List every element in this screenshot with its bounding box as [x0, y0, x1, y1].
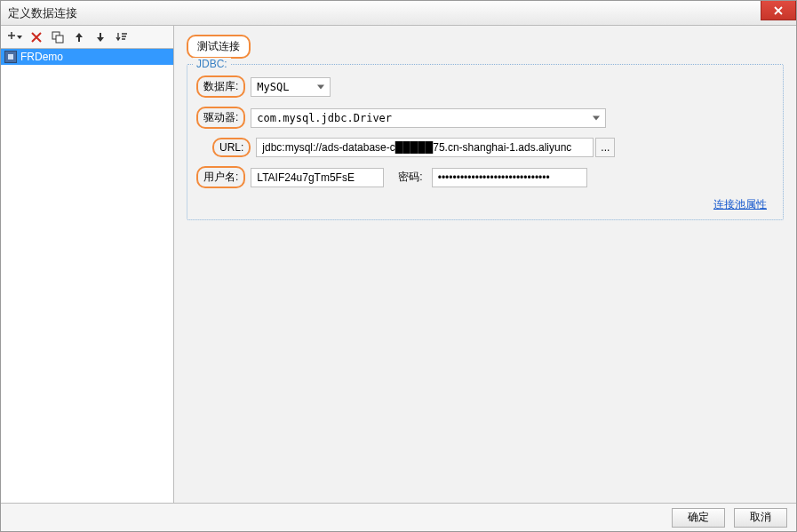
window-title: 定义数据连接: [8, 5, 77, 21]
titlebar: 定义数据连接: [1, 1, 796, 26]
database-label: 数据库:: [196, 75, 245, 98]
add-dropdown-button[interactable]: [4, 28, 26, 47]
datasource-icon: [4, 51, 17, 63]
url-more-button[interactable]: ...: [595, 138, 615, 157]
connection-tree[interactable]: FRDemo: [1, 49, 173, 503]
main-panel: 测试连接 JDBC: 数据库: MySQL 驱动器: com.mysql.jdb…: [174, 26, 796, 503]
row-url: URL: ...: [196, 138, 774, 157]
dialog-footer: 确定 取消: [1, 503, 796, 531]
dialog-window: 定义数据连接: [0, 0, 797, 532]
svg-rect-1: [56, 36, 63, 43]
row-credentials: 用户名: 密码:: [196, 166, 774, 188]
driver-select[interactable]: com.mysql.jdbc.Driver: [251, 108, 606, 128]
jdbc-panel: JDBC: 数据库: MySQL 驱动器: com.mysql.jdbc.Dri…: [187, 64, 784, 220]
jdbc-section-label: JDBC:: [193, 58, 231, 70]
tree-item-label: FRDemo: [20, 51, 63, 63]
move-down-button[interactable]: [90, 28, 111, 47]
url-label: URL:: [212, 138, 251, 157]
cancel-button[interactable]: 取消: [734, 508, 787, 528]
password-input[interactable]: [432, 168, 587, 187]
tree-item-frdemo[interactable]: FRDemo: [1, 49, 173, 65]
move-up-button[interactable]: [68, 28, 90, 47]
ok-button[interactable]: 确定: [672, 508, 725, 528]
row-database: 数据库: MySQL: [196, 75, 774, 98]
close-button[interactable]: [761, 1, 796, 20]
password-label: 密码:: [395, 168, 426, 187]
connection-pool-link[interactable]: 连接池属性: [713, 198, 767, 210]
test-connection-button[interactable]: 测试连接: [187, 35, 251, 59]
username-input[interactable]: [251, 168, 384, 187]
username-label: 用户名:: [196, 166, 245, 188]
url-input[interactable]: [256, 138, 594, 157]
database-select[interactable]: MySQL: [251, 77, 331, 97]
delete-button[interactable]: [26, 28, 47, 47]
sidebar-toolbar: [1, 26, 173, 49]
driver-label: 驱动器:: [196, 107, 245, 129]
copy-button[interactable]: [47, 28, 68, 47]
driver-value: com.mysql.jdbc.Driver: [257, 112, 392, 124]
sidebar: FRDemo: [1, 26, 174, 503]
row-driver: 驱动器: com.mysql.jdbc.Driver: [196, 107, 774, 129]
dialog-body: FRDemo 测试连接 JDBC: 数据库: MySQL 驱动器: com.my…: [1, 26, 796, 503]
sort-button[interactable]: [111, 28, 132, 47]
row-pool-link: 连接池属性: [196, 197, 774, 212]
database-value: MySQL: [257, 81, 289, 93]
